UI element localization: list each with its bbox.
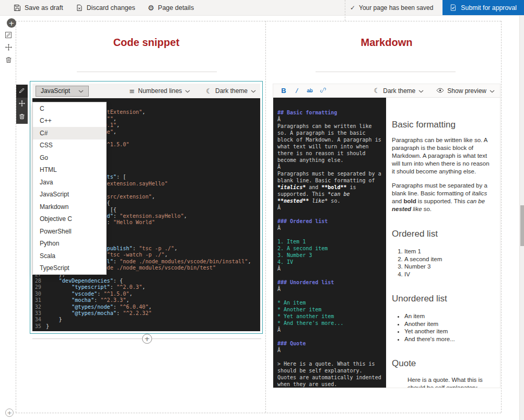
- markdown-source-line: * Yet another item: [277, 313, 382, 320]
- plus-icon: +: [9, 20, 15, 27]
- language-dropdown[interactable]: JavaScript: [36, 86, 89, 97]
- language-dropdown-value: JavaScript: [41, 87, 70, 95]
- save-status-text: Your page has been saved: [359, 4, 433, 11]
- plus-icon: +: [7, 410, 11, 416]
- submit-for-approval-button[interactable]: Submit for approval: [443, 0, 524, 15]
- language-option-python[interactable]: Python: [33, 238, 106, 250]
- preview-h2: Unordered list: [392, 294, 494, 304]
- code-text: "vscode": "^1.5.0",: [46, 291, 133, 297]
- strikethrough-button[interactable]: ab: [305, 86, 315, 96]
- command-bar: Save as draft Discard changes ⚙ Page det…: [0, 0, 524, 16]
- code-text: "@types/node": "^6.0.40",: [46, 304, 152, 310]
- add-section-button-bottom[interactable]: +: [5, 409, 14, 417]
- show-preview-dropdown[interactable]: Show preview: [436, 87, 495, 95]
- language-option-scala[interactable]: Scala: [33, 250, 106, 262]
- move-icon: [5, 44, 12, 52]
- move-section-button[interactable]: [3, 42, 14, 54]
- language-option-powershell[interactable]: PowerShell: [33, 225, 106, 238]
- code-line: 30 "vscode": "^1.5.0",: [32, 291, 260, 297]
- link-icon: [320, 87, 327, 95]
- show-preview-label: Show preview: [447, 87, 486, 95]
- chevron-down-icon: [251, 87, 256, 95]
- discard-icon: [76, 4, 83, 11]
- language-option-c-[interactable]: C++: [33, 115, 106, 127]
- italic-button[interactable]: /: [292, 86, 302, 96]
- discard-changes-button[interactable]: Discard changes: [69, 0, 142, 15]
- line-numbers-dropdown[interactable]: ≡ Numbered lines: [128, 87, 191, 95]
- bold-button[interactable]: B: [278, 86, 289, 96]
- italic-icon: /: [296, 87, 298, 95]
- submit-for-approval-label: Submit for approval: [461, 4, 517, 11]
- code-text: "typescript": "^2.0.3",: [46, 284, 145, 290]
- markdown-webpart: B / ab ☾ Dark theme Show preview: [273, 84, 500, 388]
- check-icon: ✓: [350, 4, 355, 11]
- markdown-source-line: [277, 231, 382, 238]
- line-numbers-label: Numbered lines: [138, 87, 182, 95]
- section-guide-right: [501, 21, 502, 413]
- add-section-button[interactable]: +: [7, 18, 16, 28]
- language-option-c[interactable]: C: [33, 102, 106, 115]
- command-bar-left: Save as draft Discard changes ⚙ Page det…: [0, 0, 200, 15]
- language-option-typescript[interactable]: TypeScript: [33, 262, 106, 275]
- language-menu: CC++C#CSSGoHTMLJavaJavaScriptMarkdownObj…: [32, 102, 107, 275]
- strikethrough-icon: ab: [307, 88, 312, 94]
- chevron-down-icon: [418, 87, 424, 95]
- delete-section-button[interactable]: [3, 55, 14, 66]
- markdown-theme-dropdown[interactable]: ☾ Dark theme: [374, 87, 424, 95]
- preview-list-item: And there's more...: [404, 335, 494, 343]
- code-text: "mocha": "^2.3.3",: [46, 297, 130, 304]
- markdown-source-line: * And there's more...: [277, 320, 382, 326]
- title-divider: [77, 72, 217, 72]
- moon-icon: ☾: [206, 88, 212, 95]
- markdown-source-line: 3. Number 3: [277, 252, 382, 259]
- code-line: 35}: [32, 323, 260, 330]
- markdown-editor[interactable]: ## Basic formattingÂParagraphs can be wr…: [273, 98, 386, 388]
- code-line: 34 }: [32, 317, 260, 323]
- hyperlink-button[interactable]: [318, 86, 328, 96]
- code-text: "@types/mocha": "^2.2.32": [46, 310, 152, 317]
- eye-icon: [436, 87, 444, 95]
- markdown-source-line: [277, 293, 382, 299]
- preview-list-item: Number 3: [404, 263, 494, 271]
- markdown-body: ## Basic formattingÂParagraphs can be wr…: [273, 98, 500, 388]
- plus-icon: +: [144, 335, 150, 342]
- pencil-icon: [19, 87, 25, 95]
- preview-h2: Basic formatting: [392, 120, 494, 130]
- edit-webpart-button[interactable]: [16, 85, 28, 98]
- markdown-source-line: Paragraphs can be written like so. A par…: [277, 123, 382, 164]
- markdown-preview: Basic formattingParagraphs can be writte…: [386, 98, 500, 388]
- section-guide-bottom: [16, 413, 501, 413]
- language-option-css[interactable]: CSS: [33, 139, 106, 152]
- edit-section-button[interactable]: [3, 30, 14, 41]
- page-scrollbar: [519, 16, 524, 420]
- delete-webpart-button[interactable]: [16, 111, 28, 124]
- language-option-html[interactable]: HTML: [33, 164, 106, 177]
- code-line: 32 "@types/node": "^6.0.40",: [32, 304, 260, 310]
- markdown-source-line: Â: [277, 225, 382, 231]
- markdown-source-line: ## Basic formatting: [277, 109, 382, 116]
- language-option-java[interactable]: Java: [33, 176, 106, 189]
- language-option-c-[interactable]: C#: [33, 127, 106, 139]
- code-theme-dropdown[interactable]: ☾ Dark theme: [205, 87, 257, 95]
- preview-quote: Here is a quote. What this is should be …: [407, 376, 487, 388]
- save-icon: [14, 4, 21, 11]
- code-line: 28 "devDependencies": {: [32, 278, 260, 284]
- save-as-draft-button[interactable]: Save as draft: [7, 0, 69, 15]
- scrollbar-thumb[interactable]: [520, 205, 524, 246]
- language-option-go[interactable]: Go: [33, 151, 106, 164]
- markdown-source-line: Â: [277, 164, 382, 170]
- markdown-source-line: Paragraphs must be separated by a blank …: [277, 170, 382, 204]
- line-number: 35: [32, 323, 46, 330]
- line-number: 33: [32, 310, 46, 317]
- language-option-markdown[interactable]: Markdown: [33, 201, 106, 213]
- language-option-javascript[interactable]: JavaScript: [33, 189, 106, 201]
- page-details-button[interactable]: ⚙ Page details: [142, 0, 200, 15]
- code-text: }: [46, 323, 49, 330]
- add-webpart-button[interactable]: +: [142, 334, 152, 344]
- preview-p: Paragraphs can be written like so. A par…: [392, 136, 494, 176]
- markdown-source-line: Â: [277, 204, 382, 211]
- preview-ol: Item 1A second itemNumber 3IV: [396, 248, 494, 278]
- markdown-source-line: ### Ordered list: [277, 218, 382, 225]
- language-option-objective-c[interactable]: Objective C: [33, 213, 106, 226]
- move-webpart-button[interactable]: [16, 98, 28, 111]
